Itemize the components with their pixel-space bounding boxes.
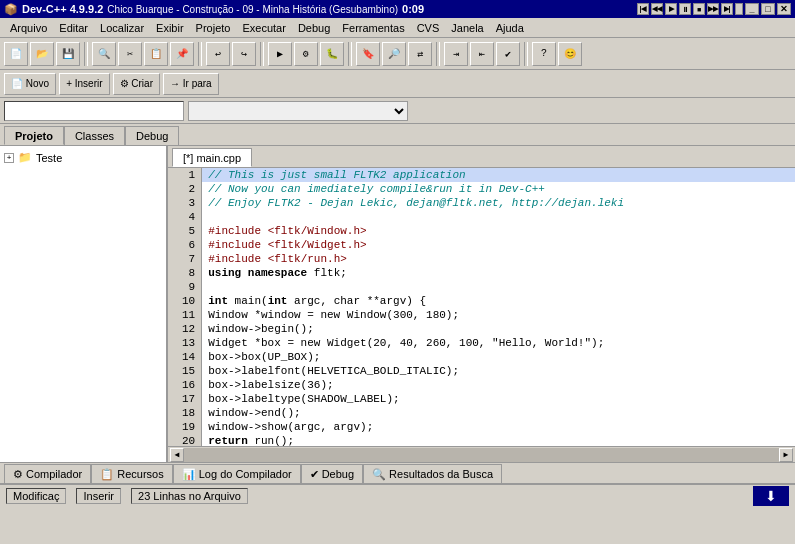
tab-debug-tab[interactable]: Debug: [125, 126, 179, 145]
line-number: 7: [168, 252, 202, 266]
menu-cvs[interactable]: CVS: [411, 18, 446, 37]
tb-paste[interactable]: 📌: [170, 42, 194, 66]
scroll-left[interactable]: ◀: [170, 448, 184, 462]
scroll-right[interactable]: ▶: [779, 448, 793, 462]
tb-open[interactable]: 📂: [30, 42, 54, 66]
editor-area: [*] main.cpp 1// This is just small FLTK…: [168, 146, 795, 462]
code-line: Window *window = new Window(300, 180);: [202, 308, 795, 322]
toolbar1: 📄 📂 💾 🔍 ✂ 📋 📌 ↩ ↪ ▶ ⚙ 🐛 🔖 🔎 ⇄ ⇥ ⇤ ✔ ? 😊: [0, 38, 795, 70]
media-stop[interactable]: ■: [693, 3, 705, 15]
code-line: box->box(UP_BOX);: [202, 350, 795, 364]
btn-criar[interactable]: ⚙ Criar: [113, 73, 160, 95]
tb-undo[interactable]: ↩: [206, 42, 230, 66]
tb-sep1: [84, 42, 88, 66]
btn-inserir[interactable]: + Inserir: [59, 73, 109, 95]
compilador-icon: ⚙: [13, 468, 23, 481]
compilador-label: Compilador: [26, 468, 82, 480]
time-display: 0:09: [402, 3, 424, 15]
media-prev[interactable]: |◀: [637, 3, 649, 15]
line-number: 20: [168, 434, 202, 446]
menu-arquivo[interactable]: Arquivo: [4, 18, 53, 37]
tb-replace[interactable]: ⇄: [408, 42, 432, 66]
menu-ferramentas[interactable]: Ferramentas: [336, 18, 410, 37]
media-next[interactable]: ▶▶: [707, 3, 719, 15]
tb-save[interactable]: 💾: [56, 42, 80, 66]
menu-bar: Arquivo Editar Localizar Exibir Projeto …: [0, 18, 795, 38]
status-bar: Modificaç Inserir 23 Linhas no Arquivo ⬇: [0, 484, 795, 506]
search-input[interactable]: [4, 101, 184, 121]
close-btn[interactable]: ✕: [777, 3, 791, 15]
tab-debug-bottom[interactable]: ✔ Debug: [301, 464, 363, 483]
resultados-label: Resultados da Busca: [389, 468, 493, 480]
code-line: using namespace fltk;: [202, 266, 795, 280]
code-line: #include <fltk/Window.h>: [202, 224, 795, 238]
code-table: 1// This is just small FLTK2 application…: [168, 168, 795, 446]
scroll-track-h[interactable]: [184, 448, 779, 462]
tab-resultados[interactable]: 🔍 Resultados da Busca: [363, 464, 502, 483]
line-number: 19: [168, 420, 202, 434]
tb-bookmark[interactable]: 🔖: [356, 42, 380, 66]
menu-localizar[interactable]: Localizar: [94, 18, 150, 37]
line-number: 14: [168, 350, 202, 364]
status-inserir: Inserir: [76, 488, 121, 504]
tb-unindent[interactable]: ⇤: [470, 42, 494, 66]
code-line: // This is just small FLTK2 application: [202, 168, 795, 182]
menu-editar[interactable]: Editar: [53, 18, 94, 37]
btn-novo[interactable]: 📄 Novo: [4, 73, 56, 95]
tab-compilador[interactable]: ⚙ Compilador: [4, 464, 91, 483]
tab-log-compilador[interactable]: 📊 Log do Compilador: [173, 464, 301, 483]
code-line: int main(int argc, char **argv) {: [202, 294, 795, 308]
menu-ajuda[interactable]: Ajuda: [490, 18, 530, 37]
line-number: 1: [168, 168, 202, 182]
app-title: Dev-C++ 4.9.9.2: [22, 3, 103, 15]
media-next2[interactable]: ▶|: [721, 3, 733, 15]
tb-compile[interactable]: ▶: [268, 42, 292, 66]
tab-projeto[interactable]: Projeto: [4, 126, 64, 145]
resultados-icon: 🔍: [372, 468, 386, 481]
menu-janela[interactable]: Janela: [445, 18, 489, 37]
tb-new-file[interactable]: 📄: [4, 42, 28, 66]
bottom-tab-bar: ⚙ Compilador 📋 Recursos 📊 Log do Compila…: [0, 462, 795, 484]
line-number: 2: [168, 182, 202, 196]
tb-redo[interactable]: ↪: [232, 42, 256, 66]
code-editor[interactable]: 1// This is just small FLTK2 application…: [168, 168, 795, 446]
tb-debug2[interactable]: 🐛: [320, 42, 344, 66]
btn-ir-para[interactable]: → Ir para: [163, 73, 219, 95]
log-label: Log do Compilador: [199, 468, 292, 480]
toolbar2: 📄 Novo + Inserir ⚙ Criar → Ir para: [0, 70, 795, 98]
tb-zoom-in[interactable]: 🔍: [92, 42, 116, 66]
line-number: 8: [168, 266, 202, 280]
menu-executar[interactable]: Executar: [236, 18, 291, 37]
download-button[interactable]: ⬇: [753, 486, 789, 506]
menu-exibir[interactable]: Exibir: [150, 18, 190, 37]
line-number: 10: [168, 294, 202, 308]
tb-emoji[interactable]: 😊: [558, 42, 582, 66]
h-scrollbar[interactable]: ◀ ▶: [168, 446, 795, 462]
tb-sep2: [198, 42, 202, 66]
editor-tab-bar: [*] main.cpp: [168, 146, 795, 168]
menu-debug[interactable]: Debug: [292, 18, 336, 37]
tb-run[interactable]: ⚙: [294, 42, 318, 66]
media-prev2[interactable]: ◀◀: [651, 3, 663, 15]
expand-icon[interactable]: +: [4, 153, 14, 163]
tree-item-teste[interactable]: + 📁 Teste: [4, 150, 162, 165]
tab-classes[interactable]: Classes: [64, 126, 125, 145]
tb-indent[interactable]: ⇥: [444, 42, 468, 66]
media-play[interactable]: ▶: [665, 3, 677, 15]
tb-search[interactable]: 🔎: [382, 42, 406, 66]
maximize-btn[interactable]: □: [761, 3, 775, 15]
minimize-btn[interactable]: _: [745, 3, 759, 15]
editor-tab-main[interactable]: [*] main.cpp: [172, 148, 252, 167]
file-dropdown[interactable]: [188, 101, 408, 121]
tb-check[interactable]: ✔: [496, 42, 520, 66]
tb-cut[interactable]: ✂: [118, 42, 142, 66]
media-pause[interactable]: ⏸: [679, 3, 691, 15]
menu-projeto[interactable]: Projeto: [190, 18, 237, 37]
tb-copy[interactable]: 📋: [144, 42, 168, 66]
search-bar: [0, 98, 795, 124]
tab-recursos[interactable]: 📋 Recursos: [91, 464, 172, 483]
song-title: Chico Buarque - Construção - 09 - Minha …: [107, 4, 398, 15]
folder-icon: 📁: [18, 151, 32, 164]
code-line: box->labelsize(36);: [202, 378, 795, 392]
tb-help[interactable]: ?: [532, 42, 556, 66]
